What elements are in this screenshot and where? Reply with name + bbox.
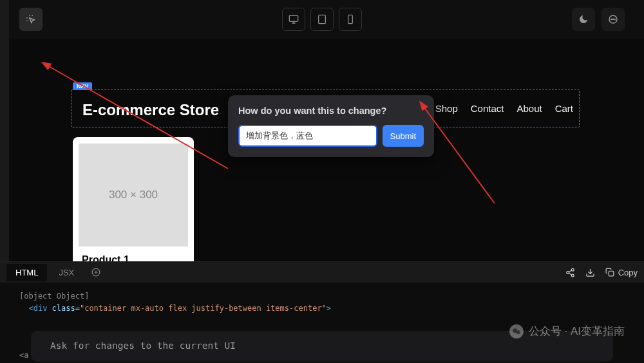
mobile-icon: [345, 14, 355, 24]
svg-line-17: [569, 270, 571, 272]
chat-icon: [608, 14, 618, 24]
prompt-title: How do you want this to change?: [238, 106, 424, 116]
nav-links: e Shop Contact About Cart: [417, 103, 573, 114]
cursor-click-icon: [25, 14, 37, 25]
copy-label: Copy: [618, 268, 638, 277]
svg-rect-20: [609, 271, 614, 276]
svg-point-14: [571, 268, 574, 271]
code-line: [object Object]: [19, 290, 625, 302]
nav-link-about[interactable]: About: [516, 103, 542, 114]
download-icon[interactable]: [585, 268, 595, 277]
tab-jsx[interactable]: JSX: [50, 264, 83, 281]
prompt-input[interactable]: [238, 125, 377, 147]
desktop-view-button[interactable]: [282, 8, 305, 31]
svg-point-16: [571, 274, 574, 277]
svg-point-6: [611, 19, 612, 19]
code-line: <div class="container mx-auto flex justi…: [19, 302, 625, 315]
prompt-popup: How do you want this to change? Submit: [228, 95, 434, 157]
watermark: 公众号 · AI变革指南: [509, 324, 625, 339]
submit-button[interactable]: Submit: [383, 125, 424, 147]
svg-rect-1: [319, 15, 326, 23]
code-body[interactable]: [object Object] <div class="container mx…: [0, 283, 644, 363]
select-tool-button[interactable]: [19, 8, 43, 31]
theme-toggle-button[interactable]: [572, 8, 595, 31]
moon-icon: [578, 14, 589, 24]
nav-link-contact[interactable]: Contact: [471, 103, 504, 114]
chat-button[interactable]: [601, 8, 625, 31]
add-tab-button[interactable]: [90, 266, 102, 279]
copy-button[interactable]: Copy: [605, 268, 638, 277]
nav-link-cart[interactable]: Cart: [555, 103, 573, 114]
tablet-view-button[interactable]: [310, 8, 334, 31]
svg-line-18: [569, 273, 571, 275]
code-tabs-bar: HTML JSX Copy: [0, 262, 644, 283]
code-panel: HTML JSX Copy [object Object] <div class…: [0, 261, 644, 363]
mobile-view-button[interactable]: [339, 8, 362, 31]
plus-circle-icon: [91, 268, 100, 277]
nav-link-shop[interactable]: Shop: [435, 103, 458, 114]
tab-html[interactable]: HTML: [6, 264, 47, 281]
copy-icon: [605, 268, 614, 277]
svg-point-8: [614, 19, 615, 19]
wechat-icon: [509, 324, 524, 339]
svg-point-22: [516, 330, 520, 334]
svg-rect-0: [289, 15, 298, 21]
desktop-icon: [289, 14, 299, 24]
store-title: E-commerce Store: [82, 101, 219, 119]
svg-point-15: [567, 271, 569, 274]
svg-point-7: [612, 19, 613, 19]
share-icon[interactable]: [565, 268, 575, 277]
tablet-icon: [317, 14, 327, 24]
preview-area: NAV E-commerce Store e Shop Contact Abou…: [0, 39, 644, 264]
product-card: 300 × 300 Product 1 Description of Produ…: [73, 137, 194, 264]
watermark-text: 公众号 · AI变革指南: [529, 324, 625, 339]
top-bar: [0, 0, 644, 39]
svg-rect-3: [348, 15, 353, 23]
product-image-placeholder: 300 × 300: [79, 144, 188, 247]
chat-placeholder: Ask for changes to the current UI: [50, 339, 236, 353]
